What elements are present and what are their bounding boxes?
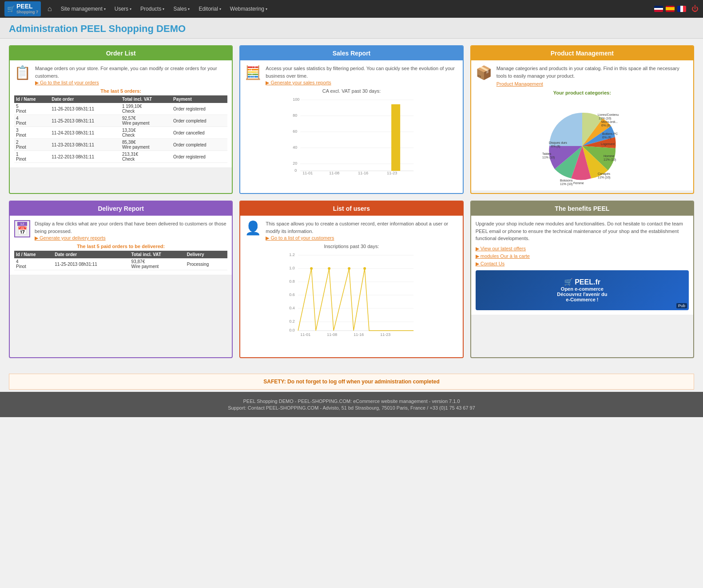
power-icon[interactable]: ⏻ (691, 5, 699, 13)
pub-badge: Pub (676, 303, 687, 308)
users-icon: 👤 (245, 220, 261, 236)
row-date: 11-23-2013 08h31:11 (50, 139, 120, 151)
page-header: Administration PEEL Shopping DEMO (0, 18, 703, 39)
drow-date: 11-25-2013 08h31:11 (53, 258, 129, 270)
svg-text:6% (6): 6% (6) (602, 136, 612, 139)
safety-bar: SAFETY: Do not forget to log off when yo… (9, 374, 694, 390)
svg-text:1.2: 1.2 (289, 253, 295, 257)
svg-text:11-16: 11-16 (358, 171, 368, 175)
svg-text:Livres/Contenu: Livres/Contenu (598, 113, 619, 116)
benefits-link-contact[interactable]: Contact Us (476, 261, 689, 267)
logo[interactable]: 🛒 PEEL Shopping 7 (4, 1, 41, 16)
nav-site-management[interactable]: Site management ▾ (57, 0, 109, 18)
sales-chart-svg: 100 80 60 40 20 0 (249, 95, 453, 175)
order-list-link[interactable]: Go to the list of your orders (35, 80, 99, 85)
th-date: Date order (50, 95, 120, 103)
flag-es[interactable] (666, 6, 675, 12)
delivery-report-body: 12 📅 Display a few clicks what are your … (10, 216, 232, 275)
svg-text:11% (10): 11% (10) (560, 182, 572, 186)
order-list-header: Order List (10, 46, 232, 60)
nav-editorial[interactable]: Editorial ▾ (195, 0, 224, 18)
dth-date: Date order (53, 251, 129, 258)
promo-banner: 🛒 PEEL.fr Open e-commerce Découvrez l'av… (476, 270, 689, 310)
order-description: Manage orders on your store. For example… (35, 65, 227, 79)
svg-text:Canapés: Canapés (598, 172, 611, 176)
svg-text:11-16: 11-16 (353, 332, 364, 337)
svg-text:40: 40 (293, 145, 297, 150)
page-title-dynamic: PEEL Shopping DEMO (80, 23, 186, 34)
row-payment: Order registered (171, 103, 227, 115)
sales-link[interactable]: Generate your sales reports (266, 80, 331, 85)
delivery-section-title: The last 5 paid orders to be delivered: (14, 244, 227, 249)
list-of-users-header: List of users (240, 201, 462, 216)
order-icon: 📋 (14, 65, 31, 80)
svg-text:0.6: 0.6 (289, 292, 295, 297)
sales-chart-title: CA excl. VAT past 30 days: (245, 88, 458, 94)
row-total: 85,38€Wire payment (120, 139, 171, 151)
nav-menu: Site management ▾ Users ▾ Products ▾ Sal… (57, 0, 654, 18)
list-of-users-body: 👤 This space allows you to create a cust… (240, 216, 462, 357)
row-total: 13,31€Check (120, 127, 171, 139)
row-1: Order List 📋 Manage orders on your store… (9, 45, 694, 194)
delivery-row: 4Pinot 11-25-2013 08h31:11 93,87€Wire pa… (14, 258, 227, 270)
users-chart-title: Inscriptions past 30 days: (245, 244, 458, 249)
nav-webmastering[interactable]: Webmastering ▾ (226, 0, 271, 18)
drow-total: 93,87€Wire payment (130, 258, 185, 270)
svg-text:11-08: 11-08 (327, 332, 337, 337)
row-date: 11-26-2013 08h31:11 (50, 103, 120, 115)
row-payment: Order completed (171, 139, 227, 151)
row-id: 1Pinot (14, 151, 50, 163)
svg-text:6% (6): 6% (6) (601, 124, 611, 127)
flag-uk[interactable] (654, 6, 663, 12)
benefits-link-modules[interactable]: modules Our à la carte (476, 253, 689, 259)
product-icon: 📦 (476, 65, 492, 80)
nav-users[interactable]: Users ▾ (111, 0, 135, 18)
users-link[interactable]: Go to a list of your customers (266, 235, 334, 241)
page-title-static: Administration (9, 23, 78, 34)
nav-flags: ⏻ (654, 5, 699, 13)
sales-bar (391, 104, 400, 171)
home-icon[interactable]: ⌂ (48, 5, 52, 13)
sales-report-body: 🧮 Access your sales statistics by filter… (240, 60, 462, 193)
dot3 (348, 267, 350, 270)
dth-id: Id / Name (14, 251, 53, 258)
sales-icon: 🧮 (245, 65, 261, 80)
users-description: This space allows you to create a custom… (266, 220, 458, 235)
svg-text:0.8: 0.8 (289, 279, 295, 284)
svg-text:11% (10): 11% (10) (604, 158, 616, 162)
card-delivery-report: Delivery Report 12 📅 Display a few click… (9, 201, 233, 358)
svg-text:0.0: 0.0 (289, 328, 295, 332)
product-management-body: 📦 Manage categories and products in your… (471, 60, 693, 190)
drow-status: Processing (185, 258, 228, 270)
promo-banner-text: 🛒 PEEL.fr Open e-commerce Découvrez l'av… (557, 278, 607, 302)
product-management-link[interactable]: Product Management (496, 81, 689, 87)
row-id: 2Pinot (14, 139, 50, 151)
row-total: 213,31€Check (120, 151, 171, 163)
svg-text:11-01: 11-01 (302, 171, 313, 175)
flag-fr[interactable] (677, 6, 686, 12)
svg-text:Disques durs: Disques durs (549, 141, 567, 145)
svg-text:Tables: Tables (542, 152, 552, 155)
svg-text:11% (10): 11% (10) (599, 117, 611, 120)
table-row: 2Pinot 11-23-2013 08h31:11 85,38€Wire pa… (14, 139, 227, 151)
svg-text:Femme: Femme (573, 182, 584, 185)
table-row: 1Pinot 11-22-2013 08h31:11 213,31€Check … (14, 151, 227, 163)
row-date: 11-25-2013 08h31:11 (50, 115, 120, 127)
delivery-link[interactable]: Generate your delivery reports (35, 235, 106, 241)
benefits-link-offers[interactable]: View our latest offers (476, 246, 689, 252)
nav-products[interactable]: Products ▾ (137, 0, 168, 18)
nav-sales[interactable]: Sales ▾ (170, 0, 193, 18)
row-2: Delivery Report 12 📅 Display a few click… (9, 201, 694, 358)
row-payment: Order completed (171, 115, 227, 127)
svg-text:80: 80 (293, 113, 297, 118)
sales-description: Access your sales statistics by filterin… (266, 65, 458, 79)
benefits-description: Upgrade your shop include new modules an… (476, 220, 689, 242)
drow-id: 4Pinot (14, 258, 53, 270)
table-row: 5Pinot 11-26-2013 08h31:11 1 199,10€Chec… (14, 103, 227, 115)
footer: PEEL Shopping DEMO - PEEL-SHOPPING.COM: … (0, 392, 703, 417)
footer-line2: Support: Contact PEEL-SHOPPING.COM - Adv… (5, 405, 698, 410)
svg-text:11-23: 11-23 (387, 171, 397, 175)
pie-chart-svg: Livres/Contenu 11% (10) Micro-ordi... 6%… (529, 97, 635, 186)
svg-text:Boissons: Boissons (560, 179, 573, 182)
users-chart-area: 1.2 1.0 0.8 0.6 0.4 0.2 0.0 (249, 251, 453, 348)
